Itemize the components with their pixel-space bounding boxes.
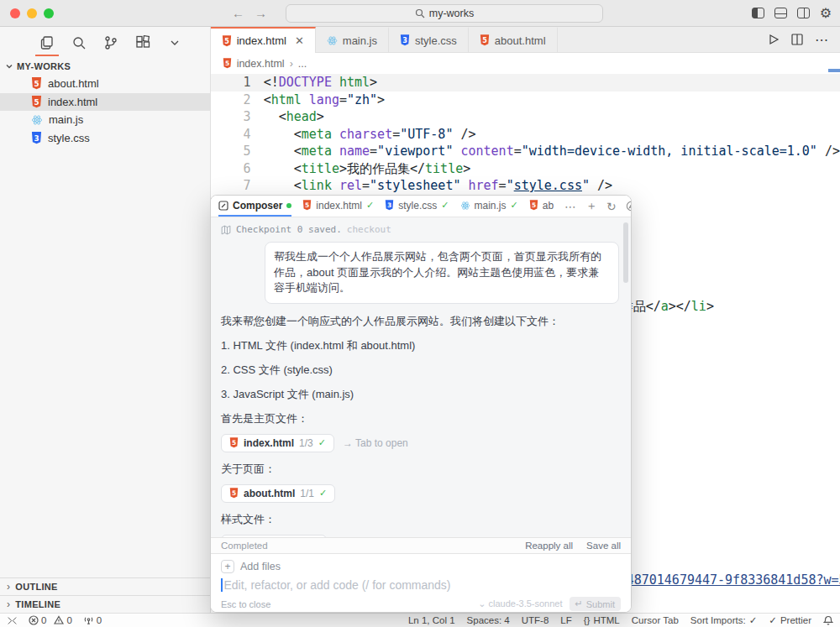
- completed-label: Completed: [221, 541, 268, 551]
- ports-indicator[interactable]: 0: [83, 615, 102, 625]
- breadcrumb-separator: ›: [290, 58, 293, 70]
- more-tabs-icon[interactable]: ⋯: [564, 200, 576, 213]
- close-icon[interactable]: ✕: [295, 34, 304, 47]
- eol-sequence[interactable]: LF: [560, 615, 571, 625]
- check-icon: ✓: [318, 437, 326, 448]
- code-line[interactable]: 7 <link rel="stylesheet" href="style.css…: [211, 177, 840, 195]
- js-icon: [460, 201, 470, 211]
- tab-style-css[interactable]: 3 style.css: [389, 27, 469, 52]
- cursor-tab-toggle[interactable]: Cursor Tab: [632, 615, 679, 625]
- checkout-link[interactable]: checkout: [347, 224, 391, 235]
- back-icon[interactable]: ←: [232, 6, 244, 20]
- indentation[interactable]: Spaces: 4: [467, 615, 510, 625]
- submit-button[interactable]: ↵ Submit: [570, 597, 621, 611]
- css-icon: 3: [400, 34, 410, 46]
- file-pill-index-html[interactable]: 5 index.html 1/3 ✓: [221, 434, 334, 452]
- css-icon: 3: [31, 132, 42, 144]
- problems-indicator[interactable]: 0 0: [29, 615, 72, 625]
- more-actions-icon[interactable]: ⋯: [815, 32, 828, 48]
- composer-prompt-input[interactable]: Edit, refactor, or add code (/ for comma…: [221, 578, 621, 592]
- timeline-section[interactable]: › TIMELINE: [0, 595, 210, 613]
- sort-imports-status[interactable]: Sort Imports:✓: [690, 614, 757, 626]
- prettier-status[interactable]: ✓Prettier: [769, 614, 811, 626]
- tab-composer[interactable]: Composer: [218, 196, 291, 217]
- save-all-button[interactable]: Save all: [586, 541, 621, 551]
- file-pill-about-html[interactable]: 5 about.html 1/1 ✓: [221, 484, 335, 503]
- composer-input-area: + Add files Edit, refactor, or add code …: [211, 554, 631, 612]
- code-lines: 1<!DOCTYPE html>2<html lang="zh">3 <head…: [211, 74, 840, 195]
- tab-main-js[interactable]: main.js: [316, 27, 389, 52]
- assistant-section-2: 关于页面：: [221, 462, 621, 477]
- status-bar: 0 0 0 Ln 1, Col 1 Spaces: 4 UTF-8 LF {}H…: [0, 613, 840, 627]
- assistant-section-1: 首先是主页文件：: [221, 411, 621, 426]
- new-composer-icon[interactable]: ＋: [585, 199, 597, 214]
- explorer-folder-header[interactable]: MY-WORKS: [0, 56, 210, 75]
- language-mode[interactable]: {}HTML: [584, 615, 620, 625]
- add-files-button[interactable]: + Add files: [221, 560, 621, 573]
- sidebar-item-about-html[interactable]: 5 about.html: [0, 75, 210, 93]
- model-selector[interactable]: ⌄ claude-3.5-sonnet: [478, 598, 562, 609]
- tab-about-html[interactable]: 5 about.html: [469, 27, 558, 52]
- bell-icon[interactable]: [823, 615, 833, 626]
- code-line[interactable]: 2<html lang="zh">: [211, 91, 840, 109]
- scrollbar-indicator[interactable]: [828, 69, 840, 72]
- zoom-window-button[interactable]: [44, 8, 54, 18]
- svg-text:5: 5: [224, 37, 229, 45]
- assistant-section-3: 样式文件：: [221, 512, 621, 527]
- check-icon: ✓: [749, 614, 758, 626]
- code-line[interactable]: 1<!DOCTYPE html>: [211, 74, 840, 91]
- encoding[interactable]: UTF-8: [522, 615, 549, 625]
- reapply-all-button[interactable]: Reapply all: [525, 541, 573, 551]
- outline-section[interactable]: › OUTLINE: [0, 577, 210, 595]
- toggle-right-panel-icon[interactable]: [797, 8, 810, 18]
- toggle-bottom-panel-icon[interactable]: [774, 8, 787, 18]
- code-line[interactable]: 5 <meta name="viewport" content="width=d…: [211, 143, 840, 160]
- search-icon: [415, 8, 425, 18]
- composer-tab-about-html[interactable]: 5 ab: [529, 196, 554, 217]
- code-fragment-url: 1487014679447-9f8336841d58?w=5: [619, 572, 840, 588]
- forward-icon[interactable]: →: [255, 6, 267, 20]
- text-caret: [221, 578, 223, 592]
- history-icon[interactable]: ↻: [606, 200, 617, 213]
- run-icon[interactable]: [768, 34, 780, 45]
- extensions-icon[interactable]: [134, 34, 151, 51]
- sidebar-item-main-js[interactable]: main.js: [0, 111, 210, 129]
- gear-icon[interactable]: ⚙: [820, 7, 832, 20]
- split-editor-icon[interactable]: [791, 34, 803, 45]
- minimize-window-button[interactable]: [27, 8, 37, 18]
- compass-icon[interactable]: [626, 201, 632, 212]
- file-pill-style-css[interactable]: 3 style.css 1/2 ✓: [221, 535, 327, 538]
- composer-messages: Checkpoint 0 saved. checkout 帮我生成一个个人作品展…: [211, 217, 631, 537]
- source-control-icon[interactable]: [102, 34, 119, 51]
- command-center-search[interactable]: my-works: [286, 4, 603, 23]
- tab-index-html[interactable]: 5 index.html ✕: [211, 27, 316, 53]
- sidebar: MY-WORKS 5 about.html 5 index.html main.…: [0, 27, 211, 613]
- user-message: 帮我生成一个个人作品展示网站，包含两个页面，首页显示我所有的作品，about 页…: [265, 242, 619, 304]
- composer-scrollbar[interactable]: [623, 222, 628, 283]
- line-number: 6: [211, 160, 251, 178]
- search-sidebar-icon[interactable]: [71, 34, 87, 51]
- svg-text:5: 5: [34, 80, 39, 88]
- breadcrumb[interactable]: 5 index.html › ...: [211, 53, 840, 74]
- composer-tab-style-css[interactable]: 3 style.css ✓: [385, 196, 449, 217]
- check-icon: ✓: [769, 614, 777, 626]
- composer-status-bar: Completed Reapply all Save all: [211, 537, 631, 554]
- chevron-down-icon[interactable]: [166, 34, 183, 51]
- close-window-button[interactable]: [10, 8, 20, 18]
- composer-tab-index-html[interactable]: 5 index.html ✓: [302, 196, 374, 217]
- explorer-icon[interactable]: [39, 34, 55, 51]
- chevron-down-icon: [5, 62, 13, 71]
- code-line[interactable]: 6 <title>我的作品集</title>: [211, 160, 840, 178]
- code-line[interactable]: 4 <meta charset="UTF-8" />: [211, 126, 840, 144]
- sidebar-item-index-html[interactable]: 5 index.html: [0, 93, 210, 112]
- line-number: 1: [211, 74, 251, 91]
- composer-tab-main-js[interactable]: main.js ✓: [460, 196, 518, 217]
- prompt-placeholder: Edit, refactor, or add code (/ for comma…: [224, 578, 451, 592]
- toggle-left-panel-icon[interactable]: [752, 8, 764, 18]
- code-line[interactable]: 3 <head>: [211, 108, 840, 126]
- braces-icon: {}: [584, 615, 591, 625]
- cursor-position[interactable]: Ln 1, Col 1: [408, 615, 455, 625]
- remote-icon[interactable]: [7, 616, 18, 625]
- html-icon: 5: [31, 96, 42, 108]
- sidebar-item-style-css[interactable]: 3 style.css: [0, 129, 210, 148]
